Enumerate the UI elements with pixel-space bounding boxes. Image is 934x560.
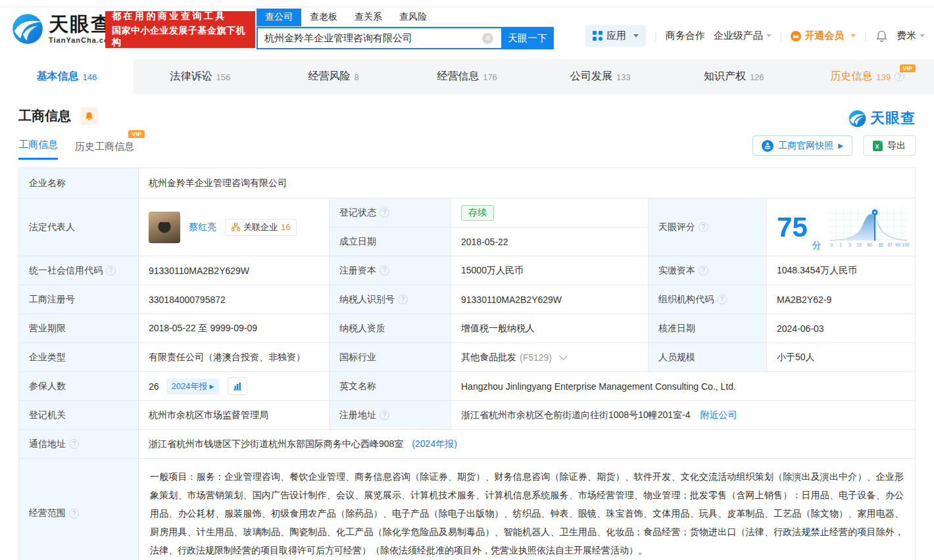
tab-legal-lawsuits[interactable]: 法律诉讼 156 (134, 59, 267, 94)
brand-logo[interactable]: 天眼查 TianYanCha.com (12, 13, 116, 45)
tab-count: 133 (616, 72, 631, 82)
subtab-business-info[interactable]: 工商信息 (18, 139, 58, 160)
search-area: 查公司 查老板 查关系 查风险 ✕ 天眼一下 (257, 9, 554, 49)
field-value-industry[interactable]: 其他食品批发 (F5129) (451, 343, 649, 372)
field-value-score: 75 分 0 (767, 198, 915, 256)
tab-count: 126 (750, 72, 764, 82)
vip-label: 开通会员 (804, 30, 844, 42)
score-unit: 分 (812, 240, 822, 252)
industry-name: 其他食品批发 (461, 352, 516, 363)
vip-badge: VIP (900, 64, 916, 72)
field-value-insured-count: 26 2024年报 ▶ (139, 372, 330, 401)
field-value-taxpayer-quality: 增值税一般纳税人 (451, 314, 649, 343)
tab-basic-info[interactable]: 基本信息 146 (0, 59, 134, 94)
legal-rep-avatar[interactable] (149, 212, 180, 243)
search-tab-relation[interactable]: 查关系 (346, 9, 391, 26)
page-header: 天眼查 TianYanCha.com 都在用的商业查询工具 国家中小企业发展子基… (0, 0, 934, 59)
help-icon[interactable]: ? (380, 410, 389, 420)
help-icon[interactable]: ? (106, 266, 116, 275)
search-tab-boss[interactable]: 查老板 (301, 9, 346, 26)
official-snapshot-button[interactable]: 工商官网快照 ▶ (752, 135, 852, 156)
tab-company-development[interactable]: 公司发展 133 (533, 59, 667, 94)
address-text: 浙江省杭州市余杭区仓前街道向往街1008号10幢201室-4 (461, 409, 691, 421)
score-value: 75 (777, 214, 808, 241)
apps-label: 应用 (606, 30, 626, 42)
snapshot-label: 工商官网快照 (778, 140, 833, 152)
bell-icon (84, 111, 94, 122)
business-coop-link[interactable]: 商务合作 (666, 30, 705, 42)
help-icon[interactable]: ? (699, 222, 708, 232)
export-button[interactable]: x 导出 (863, 135, 916, 156)
tab-intellectual-property[interactable]: 知识产权 126 (667, 59, 800, 94)
notifications-button[interactable] (875, 30, 888, 43)
field-value-legal-rep: 蔡红亮 关联企业 16 (139, 198, 330, 256)
related-label: 关联企业 (243, 222, 278, 233)
field-value-reg-number: 330184000795872 (139, 285, 330, 314)
svg-text:85: 85 (878, 243, 883, 247)
help-icon[interactable]: ? (895, 72, 904, 82)
annual-report-link[interactable]: (2024年报) (412, 438, 456, 450)
enterprise-products-menu[interactable]: 企业级产品 (714, 30, 772, 42)
label-text: 登记状态 (339, 207, 376, 219)
tab-operation-info[interactable]: 经营信息 176 (401, 59, 534, 94)
chevron-down-icon (766, 34, 772, 37)
business-info-table: 企业名称 杭州金羚羊企业管理咨询有限公司 法定代表人 蔡红亮 关联企业 16 登… (18, 168, 916, 560)
help-icon[interactable]: ? (717, 294, 727, 304)
trend-chart-button[interactable] (228, 377, 247, 395)
field-value-business-scope: 一般项目：服务：企业管理咨询、餐饮企业管理、商务信息咨询（除证券、期货）、财务信… (139, 459, 915, 560)
field-value-establish-date: 2018-05-22 (451, 227, 649, 256)
chevron-down-icon (633, 34, 639, 37)
clear-icon[interactable]: ✕ (482, 33, 493, 44)
svg-text:3: 3 (848, 243, 851, 247)
help-icon[interactable]: ? (69, 439, 79, 449)
search-tabs: 查公司 查老板 查关系 查风险 (257, 9, 554, 27)
top-navigation: 应用 | 商务合作 企业级产品 | 开通会员 | 费米 (585, 25, 925, 47)
search-button[interactable]: 天眼一下 (501, 27, 554, 49)
crown-icon (791, 31, 801, 41)
field-label-approval-date: 核准日期 (649, 314, 767, 343)
tab-history-info[interactable]: VIP 历史信息 139 ? (800, 59, 934, 94)
apps-menu[interactable]: 应用 (585, 25, 646, 47)
help-icon[interactable]: ? (69, 509, 79, 519)
legal-rep-name-link[interactable]: 蔡红亮 (189, 222, 216, 233)
field-label-paid-capital: 实缴资本 ? (649, 256, 767, 285)
industry-code: (F5129) (520, 352, 552, 363)
field-label-reg-status: 登记状态 ? (330, 198, 451, 227)
field-label-mail-address: 通信地址 ? (19, 430, 139, 459)
open-vip-menu[interactable]: 开通会员 (791, 30, 856, 42)
related-companies-badge[interactable]: 关联企业 16 (225, 219, 297, 236)
label-text: 实缴资本 (658, 265, 695, 277)
svg-text:99: 99 (895, 243, 900, 247)
search-tab-company[interactable]: 查公司 (257, 9, 301, 26)
annual-report-badge[interactable]: 2024年报 ▶ (166, 379, 220, 394)
help-icon[interactable]: ? (398, 294, 408, 304)
user-menu[interactable]: 费米 (897, 30, 925, 42)
top-divider (0, 7, 934, 7)
tab-label: 公司发展 (570, 70, 612, 83)
help-icon[interactable]: ? (699, 266, 708, 275)
main-content: 工商信息 天眼查 工商信息 VIP 历史工商信息 (0, 107, 934, 560)
field-value-org-code: MA2B2Y62-9 (767, 285, 915, 314)
help-icon[interactable]: ? (380, 208, 389, 218)
chevron-down-icon (850, 34, 856, 37)
subtab-label: 历史工商信息 (75, 141, 134, 152)
subtab-history-business-info[interactable]: VIP 历史工商信息 (75, 141, 134, 160)
stamp-icon (762, 140, 774, 152)
nearby-companies-link[interactable]: 附近公司 (700, 409, 737, 421)
company-nav-tabs: 基本信息 146 法律诉讼 156 经营风险 8 经营信息 176 公司发展 1… (0, 59, 934, 94)
chevron-down-icon (920, 34, 925, 37)
username: 费米 (897, 30, 916, 42)
tab-operation-risk[interactable]: 经营风险 8 (267, 59, 401, 94)
field-value-reg-authority: 杭州市余杭区市场监督管理局 (139, 401, 330, 430)
tab-label: 知识产权 (704, 70, 746, 83)
monitor-bell-button[interactable] (80, 107, 98, 125)
help-icon[interactable]: ? (380, 266, 389, 275)
field-label-reg-address: 注册地址 ? (330, 401, 451, 430)
slogan-line1: 都在用的商业查询工具 (112, 11, 249, 22)
search-tab-risk[interactable]: 查风险 (391, 9, 435, 26)
svg-text:97: 97 (887, 243, 893, 247)
tab-label: 历史信息 (830, 70, 872, 83)
search-input[interactable] (257, 27, 501, 49)
divider: | (864, 31, 867, 41)
field-value-reg-status: 存续 (451, 198, 649, 227)
